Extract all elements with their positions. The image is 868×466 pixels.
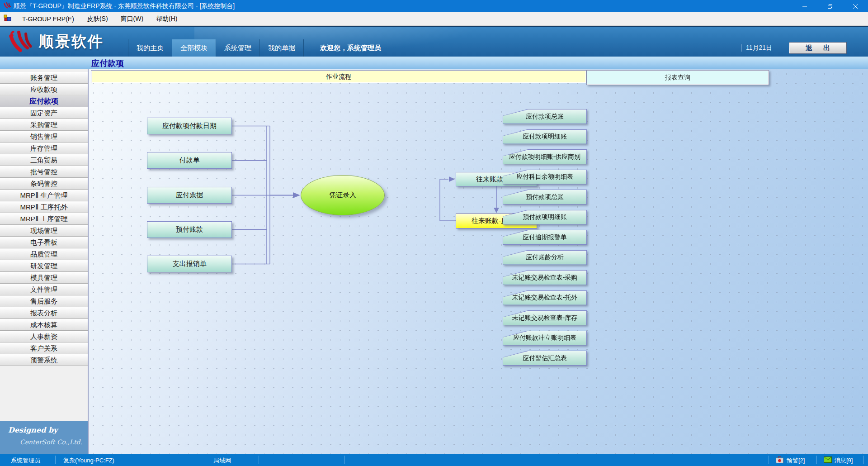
report-button-7[interactable]: 应付账龄分析	[503, 250, 587, 265]
report-button-label: 应付款项明细账	[503, 130, 586, 144]
window-minimize-button[interactable]	[792, 0, 817, 12]
flow-source-box-3[interactable]: 预付账款	[147, 221, 232, 238]
sidebar-item-9[interactable]: 条码管控	[0, 178, 88, 190]
brand-logo: 顺景软件	[6, 30, 104, 53]
main-content: 作业流程 报表查询	[89, 69, 868, 454]
brand-name: 顺景软件	[39, 32, 104, 52]
report-button-1[interactable]: 应付款项明细账	[503, 129, 587, 144]
section-tab-reports[interactable]: 报表查询	[586, 70, 769, 85]
header-tab-0[interactable]: 我的主页	[128, 39, 172, 57]
sidebar-item-18[interactable]: 文件管理	[0, 284, 88, 295]
flow-source-box-0[interactable]: 应付款项付款日期	[147, 118, 232, 134]
sidebar-item-2[interactable]: 应付款项	[0, 95, 88, 107]
menu-item-2[interactable]: 窗口(W)	[114, 12, 150, 25]
sidebar-item-3[interactable]: 固定资产	[0, 107, 88, 119]
report-button-9[interactable]: 未记账交易检查表-托外	[503, 290, 587, 305]
date-divider	[741, 44, 741, 52]
report-button-12[interactable]: 应付暂估汇总表	[503, 351, 587, 366]
header-tab-1[interactable]: 全部模块	[172, 39, 216, 57]
status-divider	[769, 456, 769, 464]
sidebar-item-23[interactable]: 客户关系	[0, 342, 88, 354]
report-button-label: 未记账交易检查表-采购	[503, 271, 586, 285]
sidebar-item-19[interactable]: 售后服务	[0, 295, 88, 307]
flow-source-box-4[interactable]: 支出报销单	[147, 256, 232, 272]
page-title-bar: 应付款项	[0, 57, 868, 69]
sidebar-item-5[interactable]: 销售管理	[0, 131, 88, 143]
flow-source-box-1[interactable]: 付款单	[147, 152, 232, 169]
header-tab-2[interactable]: 系统管理	[216, 39, 259, 57]
sidebar-item-13[interactable]: 现场管理	[0, 225, 88, 237]
report-button-label: 应付科目余额明细表	[503, 170, 586, 184]
module-sidebar: 账务管理应收款项应付款项固定资产采购管理销售管理库存管理三角贸易批号管控条码管控…	[0, 69, 89, 454]
flow-source-box-2[interactable]: 应付票据	[147, 187, 232, 204]
sidebar-item-17[interactable]: 模具管理	[0, 272, 88, 284]
sidebar-item-7[interactable]: 三角贸易	[0, 154, 88, 166]
alert-icon	[776, 456, 783, 465]
menu-item-1[interactable]: 皮肤(S)	[80, 12, 114, 25]
report-button-4[interactable]: 预付款项总账	[503, 190, 587, 204]
sidebar-item-8[interactable]: 批号管控	[0, 166, 88, 178]
status-divider	[344, 456, 345, 464]
status-alert[interactable]: 预警[2]	[787, 456, 805, 465]
report-button-label: 应付款项总账	[503, 109, 586, 124]
status-divider	[201, 456, 201, 464]
window-restore-button[interactable]	[817, 0, 843, 12]
report-button-6[interactable]: 应付逾期报警单	[503, 230, 587, 245]
header-tab-strip: 我的主页全部模块系统管理我的单据	[128, 39, 304, 57]
window-close-button[interactable]	[843, 0, 868, 12]
page-title: 应付款项	[91, 58, 124, 69]
section-tab-workflow[interactable]: 作业流程	[91, 70, 586, 83]
menu-item-3[interactable]: 帮助(H)	[150, 12, 184, 25]
erp-application-window: 顺景『T-GROUP』制造业ERP系统 - 东莞顺景软件科技有限公司 - [系统…	[0, 0, 868, 466]
report-button-10[interactable]: 未记账交易检查表-库存	[503, 310, 587, 325]
window-titlebar: 顺景『T-GROUP』制造业ERP系统 - 东莞顺景软件科技有限公司 - [系统…	[0, 0, 868, 12]
sidebar-item-16[interactable]: 研发管理	[0, 260, 88, 272]
sidebar-item-24[interactable]: 预警系统	[0, 354, 88, 366]
designed-by-line2: CenterSoft Co.,Ltd.	[20, 438, 82, 446]
message-icon	[824, 456, 832, 464]
report-button-label: 预付款项总账	[503, 190, 586, 204]
status-divider	[259, 456, 259, 464]
status-network: 局域网	[213, 456, 231, 465]
workflow-canvas: 应付款项付款日期付款单应付票据预付账款支出报销单 凭证录入 往来账款核销 往来账…	[89, 84, 868, 454]
status-divider	[816, 456, 817, 464]
sidebar-item-1[interactable]: 应收款项	[0, 84, 88, 95]
sidebar-item-0[interactable]: 账务管理	[0, 72, 88, 84]
status-machine: 复杂(Young-PC:FZ)	[63, 456, 114, 465]
report-button-0[interactable]: 应付款项总账	[503, 109, 587, 124]
report-button-label: 未记账交易检查表-托外	[503, 291, 586, 305]
status-message[interactable]: 消息[9]	[835, 456, 853, 465]
report-button-label: 应付逾期报警单	[503, 230, 586, 244]
report-button-label: 应付账款冲立账明细表	[503, 331, 586, 345]
report-button-3[interactable]: 应付科目余额明细表	[503, 170, 587, 185]
report-button-11[interactable]: 应付账款冲立账明细表	[503, 331, 587, 346]
sidebar-item-20[interactable]: 报表分析	[0, 307, 88, 319]
sidebar-item-11[interactable]: MRPⅡ 工序托外	[0, 201, 88, 213]
report-button-5[interactable]: 预付款项明细账	[503, 210, 587, 225]
sidebar-item-22[interactable]: 人事薪资	[0, 331, 88, 342]
flow-node-voucher-entry[interactable]: 凭证录入	[301, 175, 385, 215]
header-tab-3[interactable]: 我的单据	[259, 39, 304, 57]
report-button-label: 未记账交易检查表-库存	[503, 311, 586, 325]
sidebar-item-10[interactable]: MRPⅡ 生产管理	[0, 190, 88, 201]
report-button-label: 应付款项明细账-供应商别	[503, 150, 586, 164]
sidebar-item-14[interactable]: 电子看板	[0, 237, 88, 248]
exit-button[interactable]: 退 出	[789, 42, 847, 54]
designed-by-panel: Designed by CenterSoft Co.,Ltd.	[0, 421, 88, 454]
sidebar-item-4[interactable]: 采购管理	[0, 119, 88, 131]
menu-item-0[interactable]: T-GROUP ERP(E)	[16, 12, 80, 25]
sidebar-item-12[interactable]: MRPⅡ 工序管理	[0, 213, 88, 225]
sidebar-item-6[interactable]: 库存管理	[0, 143, 88, 154]
menu-bar: T-GROUP ERP(E)皮肤(S)窗口(W)帮助(H)	[0, 12, 868, 26]
sidebar-item-21[interactable]: 成本核算	[0, 319, 88, 331]
report-button-label: 应付账龄分析	[503, 251, 586, 265]
app-header: 顺景软件 我的主页全部模块系统管理我的单据 欢迎您，系统管理员 11月21日 退…	[0, 26, 868, 57]
section-header-bar: 作业流程 报表查询	[89, 69, 868, 84]
designed-by-line1: Designed by	[8, 426, 57, 434]
report-button-label: 预付款项明细账	[503, 210, 586, 224]
report-button-2[interactable]: 应付款项明细账-供应商别	[503, 149, 587, 164]
sidebar-item-15[interactable]: 品质管理	[0, 248, 88, 260]
current-date: 11月21日	[741, 44, 772, 52]
report-button-8[interactable]: 未记账交易检查表-采购	[503, 270, 587, 285]
status-bar: 系统管理员 复杂(Young-PC:FZ) 局域网 预警[2] 消息[9]	[0, 454, 868, 466]
